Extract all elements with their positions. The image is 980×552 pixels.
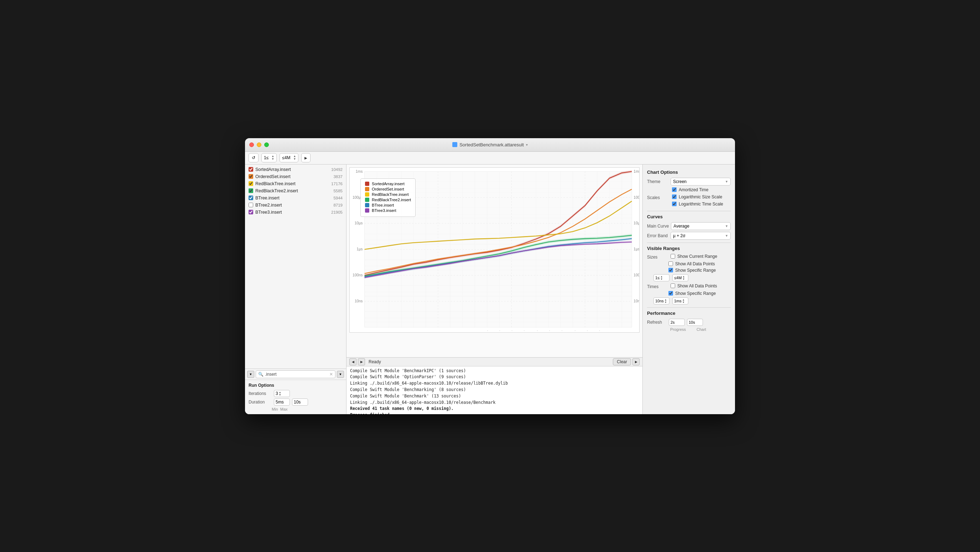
- iterations-stepper[interactable]: ▲ ▼: [279, 391, 281, 396]
- refresh-max-value: 10s: [689, 320, 695, 325]
- times-specific-checkbox[interactable]: [668, 291, 673, 296]
- svg-text:64k: 64k: [558, 330, 563, 331]
- log-time-label: Logarithmic Time Scale: [679, 202, 723, 207]
- benchmark-checkbox-4[interactable]: [248, 196, 253, 200]
- show-current-range-label: Show Current Range: [677, 254, 717, 259]
- times-specific-row: Show Specific Range: [668, 291, 731, 296]
- legend-label-2: RedBlackTree.insert: [372, 192, 409, 197]
- benchmark-name-3: RedBlackTree2.insert: [255, 188, 326, 193]
- play-button[interactable]: ▶: [301, 153, 310, 162]
- time-min-input[interactable]: 10ns ▲ ▼: [654, 297, 670, 304]
- curves-title: Curves: [647, 214, 731, 220]
- theme-dropdown[interactable]: Screen ▼: [671, 178, 731, 186]
- time-max-input[interactable]: 1ms ▲ ▼: [672, 297, 688, 304]
- log-line: Process finished.: [350, 412, 639, 414]
- benchmark-count-2: 17176: [328, 181, 342, 186]
- size-max-input[interactable]: ≤4M ▲ ▼: [672, 274, 688, 282]
- titlebar-center: SortedSetBenchmark.attaresult ▾: [452, 142, 528, 148]
- search-input[interactable]: [265, 372, 328, 377]
- refresh-row: Refresh 2s 10s: [647, 319, 731, 326]
- show-all-data-checkbox[interactable]: [668, 261, 673, 266]
- filter-dropdown-button[interactable]: ▼: [337, 371, 344, 378]
- refresh-max-input[interactable]: 10s: [687, 319, 703, 326]
- benchmark-count-3: 5585: [328, 189, 342, 193]
- legend-color-4: [365, 203, 369, 207]
- size-min-input[interactable]: 1≤ ▲ ▼: [654, 274, 670, 282]
- duration-max-input[interactable]: 10s: [292, 399, 308, 406]
- time-min-stepper[interactable]: ▲ ▼: [665, 298, 667, 304]
- benchmark-checkbox-0[interactable]: [248, 167, 253, 172]
- main-curve-value: Average: [673, 224, 689, 229]
- iteration-stepper[interactable]: 1≤ ▲ ▼: [261, 153, 277, 162]
- search-field[interactable]: 🔍 ✕: [256, 371, 336, 378]
- time-max-stepper[interactable]: ▲ ▼: [682, 298, 685, 304]
- clear-button[interactable]: Clear: [613, 358, 631, 365]
- legend-color-2: [365, 192, 369, 197]
- svg-text:10ns: 10ns: [633, 299, 639, 303]
- svg-text:128: 128: [448, 330, 453, 331]
- refresh-button[interactable]: ↺: [248, 153, 259, 162]
- error-band-dropdown[interactable]: µ + 2σ ▼: [671, 232, 731, 240]
- output-expand-button[interactable]: ▶: [632, 358, 640, 365]
- range-stepper-down[interactable]: ▼: [293, 158, 296, 161]
- stepper-arrows: ▲ ▼: [271, 155, 274, 161]
- main-window: SortedSetBenchmark.attaresult ▾ ↺ 1≤ ▲ ▼…: [245, 138, 735, 414]
- search-icon: 🔍: [258, 372, 264, 377]
- log-line: Compile Swift Module 'OptionParser' (9 s…: [350, 374, 639, 380]
- times-section: Times Show All Data Points Show Specific…: [647, 283, 731, 304]
- nav-prev-button[interactable]: ◀: [349, 358, 356, 365]
- benchmark-checkbox-3[interactable]: [248, 188, 253, 193]
- svg-text:100ns: 100ns: [633, 273, 639, 277]
- legend-item-1: OrderedSet.insert: [365, 187, 411, 191]
- amortized-time-checkbox[interactable]: [672, 187, 676, 192]
- svg-text:2k: 2k: [498, 330, 501, 331]
- time-max-value: 1ms: [674, 299, 682, 303]
- times-all-checkbox[interactable]: [671, 283, 675, 288]
- error-band-value: µ + 2σ: [673, 233, 686, 238]
- log-size-scale-row: Logarithmic Size Scale: [672, 194, 723, 199]
- refresh-icon: ↺: [252, 155, 255, 160]
- size-min-stepper[interactable]: ▲ ▼: [660, 275, 663, 280]
- duration-label: Duration: [248, 399, 272, 404]
- benchmark-name-6: BTree3.insert: [255, 210, 326, 215]
- minimize-button[interactable]: [257, 142, 261, 147]
- main-curve-arrow: ▼: [725, 224, 728, 228]
- log-size-checkbox[interactable]: [672, 194, 676, 199]
- log-size-label: Logarithmic Size Scale: [679, 194, 722, 199]
- close-button[interactable]: [249, 142, 254, 147]
- size-min-value: 1≤: [655, 276, 660, 280]
- clear-search-icon[interactable]: ✕: [329, 372, 333, 377]
- benchmark-checkbox-1[interactable]: [248, 174, 253, 179]
- show-current-range-checkbox[interactable]: [671, 254, 675, 259]
- size-max-stepper[interactable]: ▲ ▼: [682, 275, 685, 280]
- times-all-label: Show All Data Points: [677, 283, 717, 288]
- refresh-min-input[interactable]: 2s: [669, 319, 685, 326]
- times-specific-label: Show Specific Range: [675, 291, 716, 296]
- legend-color-5: [365, 208, 369, 213]
- output-log: Compile Swift Module 'BenchmarkIPC' (1 s…: [347, 366, 643, 414]
- theme-value: Screen: [673, 179, 687, 184]
- iterations-input[interactable]: 3 ▲ ▼: [274, 390, 290, 397]
- iterations-label: Iterations: [248, 391, 272, 396]
- performance-title: Performance: [647, 310, 731, 316]
- benchmark-name-0: SortedArray.insert: [255, 167, 326, 172]
- nav-next-button[interactable]: ▶: [358, 358, 365, 365]
- range-stepper[interactable]: ≤4M ▲ ▼: [280, 153, 298, 162]
- benchmark-checkbox-2[interactable]: [248, 181, 253, 186]
- log-toggle-button[interactable]: ▼: [247, 371, 254, 378]
- maximize-button[interactable]: [264, 142, 269, 147]
- benchmark-checkbox-6[interactable]: [248, 210, 253, 215]
- log-time-checkbox[interactable]: [672, 202, 676, 206]
- stepper-down[interactable]: ▼: [271, 158, 274, 161]
- main-curve-dropdown[interactable]: Average ▼: [671, 222, 731, 230]
- svg-text:1: 1: [364, 330, 365, 331]
- duration-max-value: 10s: [294, 399, 301, 404]
- legend-color-3: [365, 198, 369, 202]
- legend-item-0: SortedArray.insert: [365, 181, 411, 186]
- duration-row: Duration 5ms 10s: [248, 399, 342, 406]
- duration-min-input[interactable]: 5ms: [274, 399, 290, 406]
- benchmark-checkbox-5[interactable]: [248, 203, 253, 207]
- toolbar: ↺ 1≤ ▲ ▼ ≤4M ▲ ▼ ▶: [245, 152, 735, 164]
- divider-3: [647, 307, 731, 308]
- show-specific-checkbox[interactable]: [668, 268, 673, 272]
